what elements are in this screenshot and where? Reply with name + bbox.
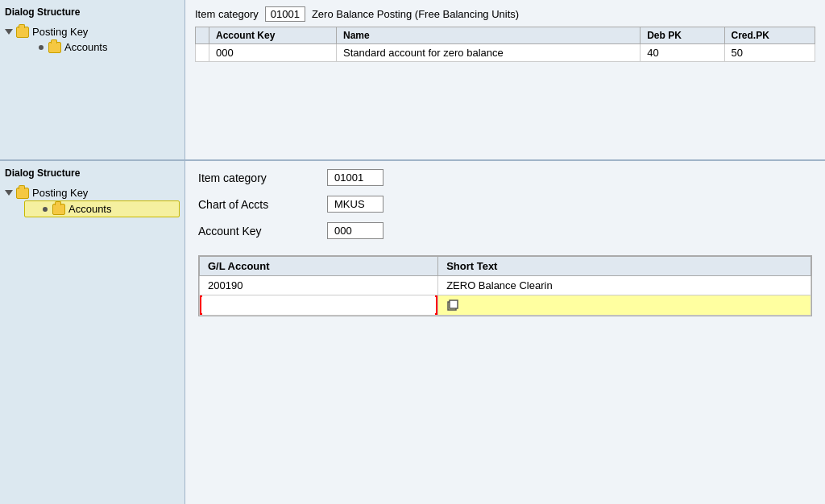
bottom-right-panel: Item category 01001 Chart of Accts MKUS … bbox=[185, 161, 825, 504]
account-key-label: Account Key bbox=[198, 225, 327, 238]
top-dialog-structure-title: Dialog Structure bbox=[5, 5, 180, 19]
top-right-panel: Item category 01001 Zero Balance Posting… bbox=[185, 0, 825, 159]
top-accounts-item[interactable]: Accounts bbox=[24, 39, 180, 55]
top-accounts-table: Account Key Name Deb PK Cred.PK 000 Stan… bbox=[195, 27, 815, 62]
top-posting-key-item[interactable]: Posting Key bbox=[5, 24, 180, 39]
bottom-posting-key-arrow-icon bbox=[5, 190, 13, 196]
item-category-label: Item category bbox=[198, 171, 327, 184]
top-accounts-label: Accounts bbox=[64, 41, 107, 53]
posting-key-arrow-icon bbox=[5, 29, 13, 35]
bottom-accounts-item[interactable]: Accounts bbox=[24, 200, 180, 217]
red-bracket-left-icon bbox=[200, 295, 202, 315]
top-posting-key-label: Posting Key bbox=[32, 26, 88, 38]
red-bracket-right-icon bbox=[435, 295, 437, 315]
bottom-posting-key-label: Posting Key bbox=[32, 187, 88, 199]
bottom-accounts-dot-icon bbox=[43, 207, 48, 212]
table-row[interactable]: 200190 ZERO Balance Clearin bbox=[200, 276, 811, 295]
bottom-left-panel: Dialog Structure Posting Key Accounts bbox=[0, 161, 185, 504]
top-table-name-header: Name bbox=[336, 27, 640, 44]
gl-accounts-table: G/L Account Short Text 200190 ZERO Balan… bbox=[199, 256, 811, 316]
top-window-title: Zero Balance Posting (Free Balancing Uni… bbox=[312, 8, 519, 20]
top-item-category-label: Item category bbox=[195, 8, 259, 20]
top-table-name-cell: Standard account for zero balance bbox=[336, 44, 640, 62]
chart-of-accts-row: Chart of Accts MKUS bbox=[198, 196, 812, 213]
bottom-posting-key-folder-icon bbox=[16, 188, 29, 199]
gl-account-cell-1: 200190 bbox=[200, 276, 438, 295]
bottom-accounts-label: Accounts bbox=[68, 203, 111, 215]
account-key-row: Account Key 000 bbox=[198, 222, 812, 239]
top-table-deb-pk-cell: 40 bbox=[641, 44, 724, 62]
gl-accounts-table-container: G/L Account Short Text 200190 ZERO Balan… bbox=[198, 255, 812, 316]
top-table-deb-pk-header: Deb PK bbox=[641, 27, 724, 44]
item-category-field: 01001 bbox=[327, 169, 383, 186]
accounts-dot-icon bbox=[39, 45, 44, 50]
top-table-row-selector bbox=[196, 44, 209, 62]
copy-icon bbox=[446, 299, 459, 312]
top-table-selector-header bbox=[196, 27, 209, 44]
table-row[interactable]: 000 Standard account for zero balance 40… bbox=[196, 44, 815, 62]
short-text-cell-1: ZERO Balance Clearin bbox=[438, 276, 811, 295]
input-cell-inner bbox=[446, 299, 802, 312]
svg-rect-1 bbox=[450, 300, 458, 308]
bottom-accounts-folder-icon bbox=[52, 204, 65, 215]
posting-key-folder-icon bbox=[16, 27, 29, 38]
top-table-account-key-header: Account Key bbox=[209, 27, 337, 44]
top-left-panel: Dialog Structure Posting Key Accounts bbox=[0, 0, 185, 159]
account-key-field: 000 bbox=[327, 222, 383, 239]
item-category-row: Item category 01001 bbox=[198, 169, 812, 186]
chart-of-accts-label: Chart of Accts bbox=[198, 198, 327, 211]
top-item-category-value: 01001 bbox=[265, 6, 305, 22]
bottom-posting-key-item[interactable]: Posting Key bbox=[5, 185, 180, 200]
top-table-account-key-cell: 000 bbox=[209, 44, 337, 62]
bottom-dialog-structure-title: Dialog Structure bbox=[5, 166, 180, 180]
short-text-input-cell[interactable] bbox=[438, 295, 811, 316]
short-text-header: Short Text bbox=[438, 257, 811, 276]
gl-account-header: G/L Account bbox=[200, 257, 438, 276]
gl-account-input-cell[interactable] bbox=[200, 295, 438, 316]
accounts-folder-icon bbox=[48, 42, 61, 53]
top-table-cred-pk-cell: 50 bbox=[724, 44, 815, 62]
top-item-category-row: Item category 01001 Zero Balance Posting… bbox=[195, 6, 815, 22]
top-table-cred-pk-header: Cred.PK bbox=[724, 27, 815, 44]
table-row[interactable] bbox=[200, 295, 811, 316]
chart-of-accts-field: MKUS bbox=[327, 196, 383, 213]
